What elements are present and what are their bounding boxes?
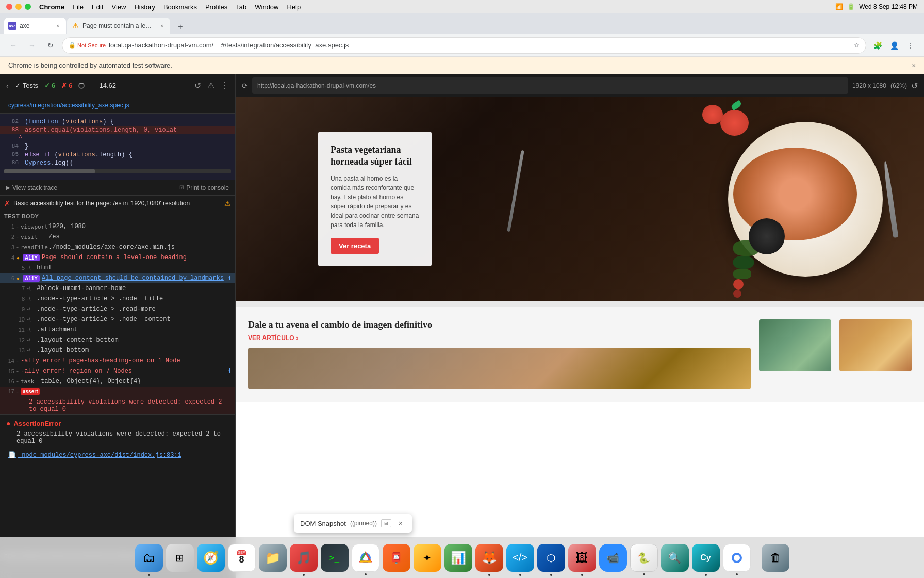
dock-terminal[interactable]: >_ [321,544,349,572]
dom-snapshot-pinned: ((pinned)) [350,520,377,527]
error-file-link[interactable]: 📄 node_modules/cypress-axe/dist/index.js… [0,449,235,463]
preview-url-bar[interactable]: http://local.qa-hackathon-drupal-vm.com/… [252,77,848,94]
assertion-error-header: ● AssertionError [6,419,229,427]
row-6-dot: ● [16,276,21,281]
print-to-console-button[interactable]: ☑ Print to console [179,184,229,191]
profile-icon[interactable]: 👤 [887,38,901,53]
cypress-warning-icon[interactable]: ⚠ [207,81,214,90]
test-row-4[interactable]: 4 ● A11Y Page should contain a level-one… [0,252,235,263]
cypress-refresh-icon[interactable]: ↺ [194,81,201,90]
bookmark-icon[interactable]: ☆ [854,42,860,49]
tab-axe-close[interactable]: × [54,22,62,30]
close-traffic-light[interactable] [6,4,12,10]
dock-trash[interactable]: 🗑 [762,544,789,572]
test-row-11[interactable]: 11 -\ .attachment [0,325,235,335]
dom-snapshot-close-button[interactable]: × [395,518,406,528]
test-row-3[interactable]: 3 - readFile ./node_modules/axe-core/axe… [0,242,235,252]
notification-close[interactable]: × [912,61,916,69]
dock-launchpad[interactable]: ⊞ [166,544,194,572]
test-row-5[interactable]: 5 -\ html [0,263,235,273]
dock-numbers[interactable]: 📊 [444,544,472,572]
view-stack-trace-button[interactable]: ▶ View stack trace [6,184,57,191]
code-scrollbar[interactable] [4,169,231,173]
tab-page-warning-close[interactable]: × [158,22,166,30]
dock-spotlight[interactable]: 🔍 [661,544,689,572]
dock-script-editor[interactable]: ✦ [414,544,441,572]
maximize-traffic-light[interactable] [25,4,31,10]
test-row-15[interactable]: 15 - -ally error! region on 7 Nodes ℹ [0,366,235,376]
back-button[interactable]: ← [6,38,21,53]
tab-axe[interactable]: axe axe × [4,18,66,34]
tab-menu[interactable]: Tab [236,3,246,11]
row-15-info-icon[interactable]: ℹ [228,367,231,375]
preview-back-icon[interactable]: ⟳ [242,82,248,90]
dock-pycharm[interactable]: 🐍 [630,544,658,572]
article-link[interactable]: VER ARTÍCULO › [248,334,751,342]
chrome-menu[interactable]: Chrome [39,3,64,11]
edit-menu[interactable]: Edit [92,3,103,11]
test-row-13[interactable]: 13 -\ .layout-bottom [0,345,235,356]
dock-chrome2[interactable] [723,544,751,572]
side-article-1[interactable] [759,319,831,371]
test-fail-header[interactable]: ✗ Basic accessibility test for the page:… [0,196,235,211]
dock-divider [756,548,756,568]
test-row-8[interactable]: 8 -\ .node--type-article > .node__title [0,294,235,304]
test-row-9[interactable]: 9 -\ .node--type-article > .read-more [0,304,235,314]
row-6-info-icon[interactable]: ℹ [228,275,231,282]
minimize-traffic-light[interactable] [15,4,22,10]
new-tab-button[interactable]: + [173,20,188,34]
forward-button[interactable]: → [25,38,39,53]
row-6-link[interactable]: All page content should be contained by … [42,275,226,282]
dock-cypress[interactable]: Cy [692,544,720,572]
test-row-17[interactable]: 17 - assert 2 accessibility violations w… [0,387,235,414]
menu-button[interactable]: ⋮ [903,38,918,53]
test-row-14[interactable]: 14 - -ally error! page-has-heading-one o… [0,356,235,366]
address-bar[interactable]: 🔓 Not Secure local.qa-hackathon-drupal-v… [62,37,866,54]
dom-snapshot-icon-button[interactable]: ⊞ [381,519,391,527]
dock-finder2[interactable]: 📁 [259,544,287,572]
dock-preview[interactable]: 🖼 [568,544,596,572]
dock-zoom[interactable]: 📹 [599,544,627,572]
extensions-icon[interactable]: 🧩 [870,38,885,53]
side-article-2[interactable] [839,319,912,371]
dock-virtualbox[interactable]: ⬡ [537,544,565,572]
file-path-link[interactable]: cypress/integration/accessibility_axe.sp… [8,102,129,109]
test-row-6[interactable]: 6 ● A11Y All page content should be cont… [0,273,235,283]
section-separator [236,301,924,307]
dock-finder[interactable]: 🗂 [135,544,163,572]
dock-chrome[interactable] [352,544,380,572]
dom-snapshot-popup: DOM Snapshot ((pinned)) ⊞ × [294,514,412,533]
test-body: ✗ Basic accessibility test for the page:… [0,196,235,578]
dock-postman[interactable]: 📮 [383,544,410,572]
dock-safari[interactable]: 🧭 [197,544,225,572]
file-menu[interactable]: File [73,3,84,11]
test-row-7[interactable]: 7 -\ #block-umami-banner-home [0,283,235,294]
dock-vscode[interactable]: </> [506,544,534,572]
tab-axe-label: axe [20,22,51,29]
dock-calendar[interactable]: SEP 8 [228,544,256,572]
history-menu[interactable]: History [134,3,155,11]
chrome-tabbar: axe axe × ⚠ Page must contain a level-on… [0,13,924,34]
cypress-tests-label[interactable]: ✓ Tests [15,82,38,89]
test-row-16[interactable]: 16 - task table, Object{4}, Object{4} [0,376,235,387]
dock-firefox[interactable]: 🦊 [475,544,503,572]
test-row-1[interactable]: 1 - viewport 1920, 1080 [0,221,235,232]
cypress-back-icon[interactable]: ‹ [6,82,9,90]
bookmarks-menu[interactable]: Bookmarks [163,3,197,11]
tab-page-warning[interactable]: ⚠ Page must contain a level-one ... × [67,18,170,34]
window-menu[interactable]: Window [255,3,278,11]
test-row-12[interactable]: 12 -\ .layout-content-bottom [0,335,235,345]
dock-music[interactable]: 🎵 [290,544,318,572]
help-menu[interactable]: Help [287,3,301,11]
test-row-2[interactable]: 2 - visit /es [0,232,235,242]
test-row-10[interactable]: 10 -\ .node--type-article > .node__conte… [0,314,235,325]
hero-button[interactable]: Ver receta [331,238,379,254]
code-scrollbar-thumb[interactable] [4,169,95,173]
reload-button[interactable]: ↻ [43,38,58,53]
profiles-menu[interactable]: Profiles [205,3,227,11]
view-menu[interactable]: View [111,3,126,11]
notification-bar: Chrome is being controlled by automated … [0,57,924,74]
cypress-more-icon[interactable]: ⋮ [221,81,229,90]
preview-reload-icon[interactable]: ↺ [911,81,918,91]
traffic-lights[interactable] [6,4,31,10]
